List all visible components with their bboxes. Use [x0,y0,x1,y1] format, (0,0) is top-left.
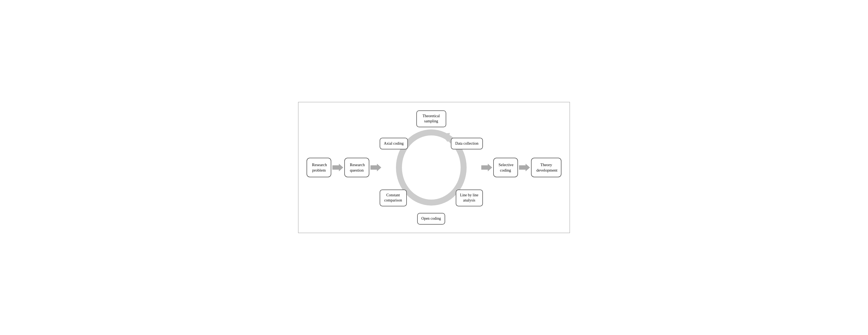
diagram-container: Research problem Research question Theor… [298,102,570,233]
research-problem-label: Research problem [312,162,327,173]
theory-development-node: Theory development [531,158,561,178]
line-by-line-label: Line by line analysis [460,193,478,202]
svg-marker-2 [481,164,492,171]
open-coding-label: Open coding [422,216,441,220]
cycle-wrapper: Theoretical sampling Axial coding Consta… [382,113,480,222]
arrow-2 [369,164,382,171]
constant-comparison-node: Constant comparison [380,189,407,206]
arrow-1 [331,164,344,171]
axial-coding-label: Axial coding [384,142,404,146]
research-problem-node: Research problem [307,158,331,178]
arrow-3 [480,164,493,171]
open-coding-node: Open coding [417,213,445,224]
constant-comparison-label: Constant comparison [384,193,402,202]
selective-coding-label: Selective coding [499,162,514,173]
selective-coding-node: Selective coding [493,158,518,178]
arrow-4 [518,164,531,171]
svg-marker-3 [519,164,530,171]
data-collection-label: Data collection [455,142,478,146]
axial-coding-node: Axial coding [380,138,408,150]
svg-marker-1 [370,164,381,171]
research-question-node: Research question [344,158,369,178]
svg-marker-0 [332,164,343,171]
main-flow: Research problem Research question Theor… [307,113,561,222]
theory-development-label: Theory development [536,162,557,173]
theoretical-sampling-label: Theoretical sampling [423,114,440,123]
theoretical-sampling-node: Theoretical sampling [416,111,446,127]
line-by-line-node: Line by line analysis [456,189,483,206]
research-question-label: Research question [350,162,365,173]
data-collection-node: Data collection [451,138,483,150]
